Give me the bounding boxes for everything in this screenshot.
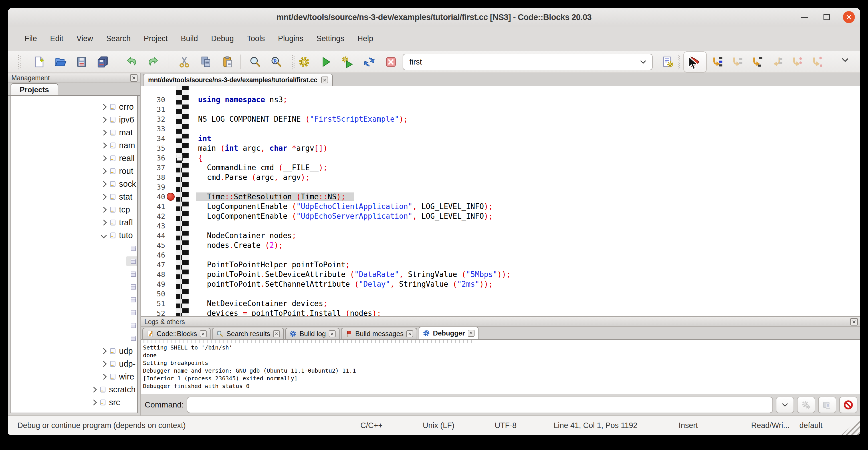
- menu-tools[interactable]: Tools: [240, 31, 271, 46]
- chevron-right-icon[interactable]: [101, 219, 107, 226]
- line-number[interactable]: 49: [141, 280, 165, 289]
- toolbar-overflow-button[interactable]: [840, 55, 850, 65]
- line-number[interactable]: 38: [141, 173, 165, 182]
- debug-step-into-button[interactable]: [750, 55, 763, 69]
- line-number[interactable]: 50: [141, 290, 165, 298]
- line-number[interactable]: 48: [141, 270, 165, 279]
- title-bar[interactable]: mnt/dev/tools/source/ns-3-dev/examples/t…: [8, 8, 860, 27]
- toolbar-grip[interactable]: [292, 55, 295, 69]
- line-number[interactable]: 41: [141, 203, 165, 211]
- maximize-button[interactable]: [820, 11, 833, 23]
- paste-button[interactable]: [221, 55, 234, 69]
- chevron-right-icon[interactable]: [101, 155, 107, 161]
- menu-view[interactable]: View: [70, 31, 100, 46]
- tab-projects[interactable]: Projects: [10, 83, 58, 95]
- undo-button[interactable]: [125, 55, 138, 69]
- menu-build[interactable]: Build: [174, 31, 205, 46]
- editor-tab-close-button[interactable]: [321, 77, 328, 83]
- run-button[interactable]: [319, 55, 333, 69]
- tree-item-nam[interactable]: nam: [10, 139, 137, 152]
- copy-log-button[interactable]: [818, 397, 836, 413]
- management-close-button[interactable]: [130, 74, 137, 82]
- menu-settings[interactable]: Settings: [310, 31, 351, 46]
- abort-button[interactable]: [384, 55, 398, 69]
- tree-item-src[interactable]: src: [10, 396, 137, 409]
- log-tab-close-button[interactable]: [329, 330, 336, 337]
- tree-item-fif[interactable]: fif: [10, 242, 137, 255]
- chevron-right-icon[interactable]: [101, 117, 107, 123]
- tree-item-fir[interactable]: fir: [10, 255, 137, 268]
- chevron-right-icon[interactable]: [101, 207, 107, 213]
- stop-debugger-button[interactable]: [839, 397, 858, 413]
- compile-target-options-button[interactable]: [661, 55, 674, 69]
- log-tab-close-button[interactable]: [273, 330, 280, 337]
- tree-item-fo[interactable]: fo: [10, 268, 137, 280]
- chevron-down-icon[interactable]: [101, 233, 107, 238]
- tree-item-sock[interactable]: sock: [10, 178, 137, 190]
- redo-button[interactable]: [146, 55, 159, 69]
- tree-item-wire[interactable]: wire: [10, 370, 137, 383]
- chevron-right-icon[interactable]: [101, 104, 107, 110]
- line-number[interactable]: 43: [141, 222, 165, 230]
- tree-item-ipv6[interactable]: ipv6: [10, 113, 137, 126]
- line-number[interactable]: 36: [141, 154, 165, 162]
- new-file-button[interactable]: [33, 55, 46, 69]
- debug-run-to-cursor-button[interactable]: [710, 55, 723, 69]
- debug-next-instruction-button[interactable]: [790, 55, 803, 69]
- toolbar-grip[interactable]: [18, 55, 21, 69]
- debug-next-line-button[interactable]: [730, 55, 743, 69]
- tree-item-udp[interactable]: udp: [10, 344, 137, 358]
- chevron-right-icon[interactable]: [101, 130, 107, 136]
- line-number[interactable]: 33: [141, 125, 165, 133]
- tree-item-tcp[interactable]: tcp: [10, 203, 137, 216]
- project-tree[interactable]: erroipv6matnamreallroutsockstattcptraflt…: [10, 96, 138, 413]
- log-tab-close-button[interactable]: [200, 330, 207, 337]
- line-number[interactable]: 45: [141, 241, 165, 249]
- line-number[interactable]: 31: [141, 106, 165, 114]
- log-tab-close-button[interactable]: [468, 330, 474, 337]
- open-file-button[interactable]: [54, 55, 67, 69]
- tree-item-se[interactable]: se: [10, 293, 137, 306]
- tree-item-udp-[interactable]: udp-: [10, 358, 137, 370]
- line-number[interactable]: 51: [141, 300, 165, 308]
- tree-item-six[interactable]: six: [10, 319, 137, 332]
- tree-item-tuto[interactable]: tuto: [10, 229, 137, 242]
- menu-debug[interactable]: Debug: [205, 31, 241, 46]
- log-tab-close-button[interactable]: [406, 330, 413, 337]
- tree-item-th[interactable]: th: [10, 332, 137, 344]
- rebuild-button[interactable]: [363, 55, 376, 69]
- menu-file[interactable]: File: [18, 31, 44, 46]
- build-and-run-button[interactable]: [341, 55, 354, 69]
- chevron-right-icon[interactable]: [101, 194, 107, 200]
- menu-plugins[interactable]: Plugins: [271, 31, 310, 46]
- tree-item-stat[interactable]: stat: [10, 190, 137, 203]
- line-number[interactable]: 37: [141, 163, 165, 172]
- tree-item-se[interactable]: se: [10, 306, 137, 319]
- line-number[interactable]: 42: [141, 212, 165, 220]
- menu-search[interactable]: Search: [100, 31, 137, 46]
- tree-item-trafl[interactable]: trafl: [10, 216, 137, 229]
- menu-project[interactable]: Project: [137, 31, 174, 46]
- tree-item-erro[interactable]: erro: [10, 100, 137, 113]
- resize-grip[interactable]: [841, 418, 860, 435]
- minimize-button[interactable]: [798, 11, 811, 23]
- line-number[interactable]: 47: [141, 261, 165, 269]
- debugger-settings-button[interactable]: [797, 397, 815, 413]
- chevron-right-icon[interactable]: [101, 361, 107, 367]
- management-caption[interactable]: Management: [8, 73, 140, 83]
- line-number[interactable]: 39: [141, 183, 165, 191]
- cut-button[interactable]: [178, 55, 191, 69]
- code-editor[interactable]: 30using namespace ns3;3132NS_LOG_COMPONE…: [141, 86, 860, 317]
- line-number[interactable]: 32: [141, 115, 165, 123]
- log-tab-build-messages[interactable]: Build messages: [341, 328, 417, 339]
- save-all-button[interactable]: [96, 55, 109, 69]
- debug-step-out-button[interactable]: [770, 55, 783, 69]
- line-number[interactable]: 52: [141, 309, 165, 317]
- menu-help[interactable]: Help: [351, 31, 380, 46]
- chevron-right-icon[interactable]: [101, 348, 107, 354]
- build-target-input[interactable]: [403, 58, 639, 66]
- logs-caption[interactable]: Logs & others: [141, 317, 860, 327]
- build-button[interactable]: [298, 55, 311, 69]
- chevron-right-icon[interactable]: [91, 399, 97, 406]
- log-tab-search-results[interactable]: Search results: [212, 328, 284, 339]
